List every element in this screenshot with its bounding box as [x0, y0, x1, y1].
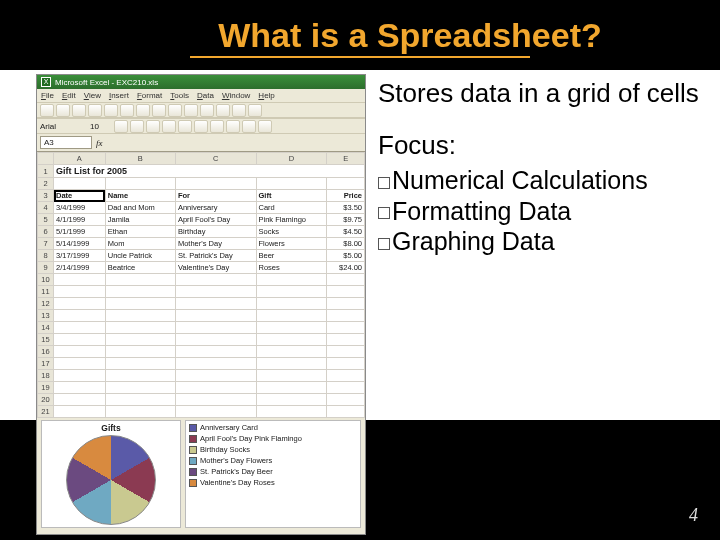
row-header[interactable]: 6 — [38, 226, 54, 238]
underline-button[interactable] — [146, 120, 160, 133]
menu-file[interactable]: File — [41, 91, 54, 100]
cell[interactable] — [327, 298, 365, 310]
toolbar-button[interactable] — [56, 104, 70, 117]
fx-icon[interactable]: fx — [96, 138, 103, 148]
cell[interactable] — [256, 334, 327, 346]
cell[interactable] — [105, 358, 175, 370]
toolbar-button[interactable] — [152, 104, 166, 117]
toolbar-button[interactable] — [216, 104, 230, 117]
row-header[interactable]: 10 — [38, 274, 54, 286]
toolbar-button[interactable] — [136, 104, 150, 117]
cell[interactable] — [105, 346, 175, 358]
toolbar-button[interactable] — [200, 104, 214, 117]
cell[interactable] — [175, 334, 256, 346]
cell[interactable]: Beatrice — [105, 262, 175, 274]
select-all-corner[interactable] — [38, 153, 54, 165]
cell[interactable] — [105, 298, 175, 310]
comma-button[interactable] — [242, 120, 256, 133]
col-header[interactable]: C — [175, 153, 256, 165]
cell[interactable]: Beer — [256, 250, 327, 262]
col-header[interactable]: E — [327, 153, 365, 165]
cell[interactable] — [175, 346, 256, 358]
row-header[interactable]: 5 — [38, 214, 54, 226]
sheet-title-cell[interactable]: Gift List for 2005 — [54, 165, 365, 178]
cell[interactable] — [175, 322, 256, 334]
toolbar-button[interactable] — [232, 104, 246, 117]
cell-active[interactable]: Date — [54, 190, 106, 202]
cell[interactable] — [54, 298, 106, 310]
cell[interactable]: $5.00 — [327, 250, 365, 262]
italic-button[interactable] — [130, 120, 144, 133]
bold-button[interactable] — [114, 120, 128, 133]
cell[interactable] — [327, 310, 365, 322]
cell[interactable]: Valentine's Day — [175, 262, 256, 274]
toolbar-button[interactable] — [120, 104, 134, 117]
cell[interactable]: $24.00 — [327, 262, 365, 274]
cell[interactable]: Mother's Day — [175, 238, 256, 250]
cell[interactable] — [105, 394, 175, 406]
cell[interactable] — [327, 334, 365, 346]
row-header[interactable]: 4 — [38, 202, 54, 214]
font-name-box[interactable]: Arial — [40, 122, 88, 131]
cell[interactable] — [175, 406, 256, 418]
cell[interactable] — [54, 346, 106, 358]
row-header[interactable]: 1 — [38, 165, 54, 178]
cell[interactable] — [256, 346, 327, 358]
cell[interactable]: Mom — [105, 238, 175, 250]
row-header[interactable]: 18 — [38, 370, 54, 382]
cell[interactable] — [256, 178, 327, 190]
cell[interactable] — [327, 346, 365, 358]
col-header[interactable]: D — [256, 153, 327, 165]
cell[interactable] — [54, 178, 106, 190]
row-header[interactable]: 20 — [38, 394, 54, 406]
cell[interactable]: Anniversary — [175, 202, 256, 214]
row-header[interactable]: 8 — [38, 250, 54, 262]
cell[interactable] — [175, 274, 256, 286]
cell[interactable]: 4/1/1999 — [54, 214, 106, 226]
cell[interactable] — [175, 382, 256, 394]
cell[interactable]: Card — [256, 202, 327, 214]
cell[interactable] — [256, 370, 327, 382]
cell[interactable] — [256, 298, 327, 310]
cell[interactable]: 3/4/1999 — [54, 202, 106, 214]
cell[interactable]: Socks — [256, 226, 327, 238]
row-header[interactable]: 2 — [38, 178, 54, 190]
toolbar-button[interactable] — [184, 104, 198, 117]
cell[interactable] — [327, 370, 365, 382]
cell[interactable] — [175, 370, 256, 382]
col-header[interactable]: B — [105, 153, 175, 165]
menu-insert[interactable]: Insert — [109, 91, 129, 100]
menu-edit[interactable]: Edit — [62, 91, 76, 100]
cell[interactable] — [105, 178, 175, 190]
cell[interactable] — [105, 310, 175, 322]
align-right-button[interactable] — [194, 120, 208, 133]
cell[interactable] — [54, 394, 106, 406]
row-header[interactable]: 13 — [38, 310, 54, 322]
cell[interactable]: St. Patrick's Day — [175, 250, 256, 262]
toolbar-button[interactable] — [104, 104, 118, 117]
cell[interactable] — [175, 310, 256, 322]
toolbar-button[interactable] — [248, 104, 262, 117]
row-header[interactable]: 15 — [38, 334, 54, 346]
cell[interactable] — [327, 358, 365, 370]
row-header[interactable]: 14 — [38, 322, 54, 334]
row-header[interactable]: 19 — [38, 382, 54, 394]
cell[interactable] — [175, 358, 256, 370]
cell[interactable]: Jamila — [105, 214, 175, 226]
cell[interactable] — [105, 334, 175, 346]
cell[interactable] — [54, 334, 106, 346]
cell[interactable]: Dad and Mom — [105, 202, 175, 214]
cell[interactable]: Birthday — [175, 226, 256, 238]
cell[interactable]: 5/1/1999 — [54, 226, 106, 238]
cell[interactable] — [256, 394, 327, 406]
cell[interactable] — [105, 406, 175, 418]
cell[interactable]: 3/17/1999 — [54, 250, 106, 262]
cell[interactable]: For — [175, 190, 256, 202]
cell[interactable] — [256, 358, 327, 370]
cell[interactable]: Roses — [256, 262, 327, 274]
row-header[interactable]: 12 — [38, 298, 54, 310]
cell[interactable]: Gift — [256, 190, 327, 202]
cell[interactable]: 2/14/1999 — [54, 262, 106, 274]
cell[interactable]: Pink Flamingo — [256, 214, 327, 226]
cell[interactable] — [54, 358, 106, 370]
